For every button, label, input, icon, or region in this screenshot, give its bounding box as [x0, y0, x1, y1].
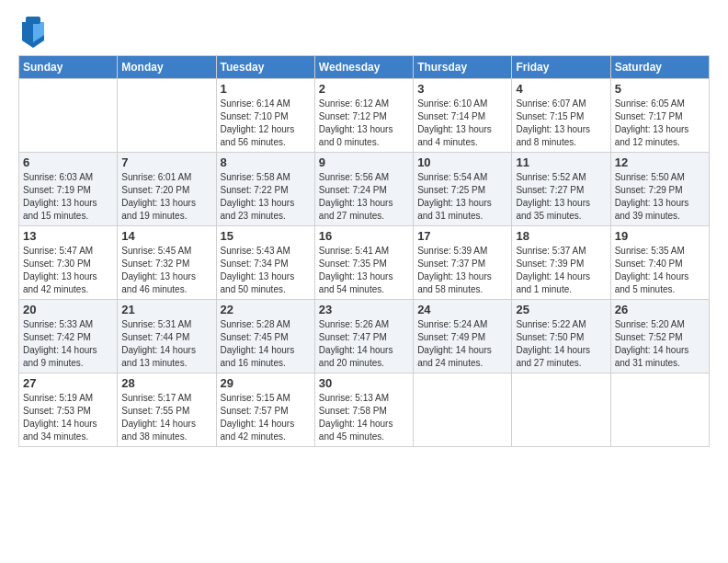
day-info: Sunrise: 6:03 AM Sunset: 7:19 PM Dayligh… [23, 171, 113, 223]
calendar-cell [118, 79, 216, 153]
weekday-header-tuesday: Tuesday [216, 56, 314, 79]
calendar-cell: 4Sunrise: 6:07 AM Sunset: 7:15 PM Daylig… [512, 79, 610, 153]
weekday-header-friday: Friday [512, 56, 610, 79]
calendar-week-3: 13Sunrise: 5:47 AM Sunset: 7:30 PM Dayli… [19, 226, 710, 300]
day-info: Sunrise: 5:58 AM Sunset: 7:22 PM Dayligh… [221, 171, 311, 223]
weekday-header-monday: Monday [118, 56, 216, 79]
day-number: 27 [23, 376, 113, 390]
calendar-cell: 13Sunrise: 5:47 AM Sunset: 7:30 PM Dayli… [19, 226, 118, 300]
day-number: 20 [23, 303, 113, 316]
day-number: 17 [417, 229, 507, 243]
day-info: Sunrise: 5:22 AM Sunset: 7:50 PM Dayligh… [516, 318, 606, 370]
calendar-cell [610, 373, 709, 447]
calendar-cell: 21Sunrise: 5:31 AM Sunset: 7:44 PM Dayli… [118, 300, 216, 373]
calendar-table: SundayMondayTuesdayWednesdayThursdayFrid… [18, 55, 710, 447]
calendar-cell [414, 373, 512, 447]
logo-icon [18, 15, 48, 48]
calendar-cell: 18Sunrise: 5:37 AM Sunset: 7:39 PM Dayli… [512, 226, 610, 300]
day-number: 4 [516, 82, 606, 96]
day-info: Sunrise: 5:17 AM Sunset: 7:55 PM Dayligh… [121, 392, 211, 443]
day-info: Sunrise: 5:39 AM Sunset: 7:37 PM Dayligh… [417, 245, 507, 296]
weekday-header-wednesday: Wednesday [314, 56, 413, 79]
calendar-cell: 7Sunrise: 6:01 AM Sunset: 7:20 PM Daylig… [118, 153, 216, 226]
day-info: Sunrise: 5:35 AM Sunset: 7:40 PM Dayligh… [615, 245, 705, 296]
day-info: Sunrise: 5:20 AM Sunset: 7:52 PM Dayligh… [615, 318, 705, 370]
calendar-week-4: 20Sunrise: 5:33 AM Sunset: 7:42 PM Dayli… [19, 300, 710, 373]
calendar-week-1: 1Sunrise: 6:14 AM Sunset: 7:10 PM Daylig… [19, 79, 710, 153]
day-number: 26 [615, 303, 705, 316]
calendar-cell: 1Sunrise: 6:14 AM Sunset: 7:10 PM Daylig… [216, 79, 314, 153]
calendar-cell: 10Sunrise: 5:54 AM Sunset: 7:25 PM Dayli… [414, 153, 512, 226]
day-info: Sunrise: 5:54 AM Sunset: 7:25 PM Dayligh… [417, 171, 507, 223]
calendar-cell: 9Sunrise: 5:56 AM Sunset: 7:24 PM Daylig… [314, 153, 413, 226]
day-number: 30 [319, 376, 409, 390]
day-number: 22 [221, 303, 311, 316]
day-info: Sunrise: 6:07 AM Sunset: 7:15 PM Dayligh… [516, 98, 606, 149]
day-number: 13 [23, 229, 113, 243]
day-info: Sunrise: 5:45 AM Sunset: 7:32 PM Dayligh… [121, 245, 211, 296]
day-number: 8 [221, 155, 311, 169]
calendar-week-2: 6Sunrise: 6:03 AM Sunset: 7:19 PM Daylig… [19, 153, 710, 226]
day-info: Sunrise: 6:01 AM Sunset: 7:20 PM Dayligh… [121, 171, 211, 223]
calendar-cell: 25Sunrise: 5:22 AM Sunset: 7:50 PM Dayli… [512, 300, 610, 373]
calendar-cell: 19Sunrise: 5:35 AM Sunset: 7:40 PM Dayli… [610, 226, 709, 300]
day-info: Sunrise: 5:26 AM Sunset: 7:47 PM Dayligh… [319, 318, 409, 370]
day-info: Sunrise: 6:14 AM Sunset: 7:10 PM Dayligh… [221, 98, 311, 149]
day-number: 21 [121, 303, 211, 316]
day-number: 14 [121, 229, 211, 243]
calendar-cell: 17Sunrise: 5:39 AM Sunset: 7:37 PM Dayli… [414, 226, 512, 300]
calendar-cell: 2Sunrise: 6:12 AM Sunset: 7:12 PM Daylig… [314, 79, 413, 153]
calendar-cell: 8Sunrise: 5:58 AM Sunset: 7:22 PM Daylig… [216, 153, 314, 226]
day-number: 19 [615, 229, 705, 243]
calendar-cell: 11Sunrise: 5:52 AM Sunset: 7:27 PM Dayli… [512, 153, 610, 226]
calendar-cell: 14Sunrise: 5:45 AM Sunset: 7:32 PM Dayli… [118, 226, 216, 300]
calendar-week-5: 27Sunrise: 5:19 AM Sunset: 7:53 PM Dayli… [19, 373, 710, 447]
day-info: Sunrise: 5:37 AM Sunset: 7:39 PM Dayligh… [516, 245, 606, 296]
header [18, 15, 710, 48]
day-number: 6 [23, 155, 113, 169]
day-info: Sunrise: 5:47 AM Sunset: 7:30 PM Dayligh… [23, 245, 113, 296]
day-number: 12 [615, 155, 705, 169]
weekday-header-row: SundayMondayTuesdayWednesdayThursdayFrid… [19, 56, 710, 79]
day-info: Sunrise: 5:50 AM Sunset: 7:29 PM Dayligh… [615, 171, 705, 223]
calendar-cell: 20Sunrise: 5:33 AM Sunset: 7:42 PM Dayli… [19, 300, 118, 373]
day-number: 25 [516, 303, 606, 316]
calendar-cell [19, 79, 118, 153]
day-number: 9 [319, 155, 409, 169]
day-number: 7 [121, 155, 211, 169]
day-info: Sunrise: 6:12 AM Sunset: 7:12 PM Dayligh… [319, 98, 409, 149]
day-info: Sunrise: 5:19 AM Sunset: 7:53 PM Dayligh… [23, 392, 113, 443]
calendar-cell: 3Sunrise: 6:10 AM Sunset: 7:14 PM Daylig… [414, 79, 512, 153]
page: SundayMondayTuesdayWednesdayThursdayFrid… [0, 0, 728, 563]
day-number: 29 [221, 376, 311, 390]
day-number: 3 [417, 82, 507, 96]
day-info: Sunrise: 5:28 AM Sunset: 7:45 PM Dayligh… [221, 318, 311, 370]
day-number: 10 [417, 155, 507, 169]
calendar-cell [512, 373, 610, 447]
calendar-cell: 27Sunrise: 5:19 AM Sunset: 7:53 PM Dayli… [19, 373, 118, 447]
calendar-cell: 30Sunrise: 5:13 AM Sunset: 7:58 PM Dayli… [314, 373, 413, 447]
calendar-cell: 5Sunrise: 6:05 AM Sunset: 7:17 PM Daylig… [610, 79, 709, 153]
day-number: 1 [221, 82, 311, 96]
day-number: 5 [615, 82, 705, 96]
day-info: Sunrise: 5:15 AM Sunset: 7:57 PM Dayligh… [221, 392, 311, 443]
logo [18, 15, 50, 48]
day-number: 16 [319, 229, 409, 243]
calendar-cell: 16Sunrise: 5:41 AM Sunset: 7:35 PM Dayli… [314, 226, 413, 300]
day-number: 2 [319, 82, 409, 96]
calendar-cell: 12Sunrise: 5:50 AM Sunset: 7:29 PM Dayli… [610, 153, 709, 226]
day-info: Sunrise: 5:33 AM Sunset: 7:42 PM Dayligh… [23, 318, 113, 370]
day-info: Sunrise: 5:43 AM Sunset: 7:34 PM Dayligh… [221, 245, 311, 296]
day-number: 15 [221, 229, 311, 243]
calendar-cell: 24Sunrise: 5:24 AM Sunset: 7:49 PM Dayli… [414, 300, 512, 373]
day-number: 23 [319, 303, 409, 316]
calendar-cell: 28Sunrise: 5:17 AM Sunset: 7:55 PM Dayli… [118, 373, 216, 447]
weekday-header-sunday: Sunday [19, 56, 118, 79]
calendar-cell: 29Sunrise: 5:15 AM Sunset: 7:57 PM Dayli… [216, 373, 314, 447]
day-info: Sunrise: 6:05 AM Sunset: 7:17 PM Dayligh… [615, 98, 705, 149]
calendar-cell: 26Sunrise: 5:20 AM Sunset: 7:52 PM Dayli… [610, 300, 709, 373]
day-number: 28 [121, 376, 211, 390]
calendar-cell: 22Sunrise: 5:28 AM Sunset: 7:45 PM Dayli… [216, 300, 314, 373]
weekday-header-saturday: Saturday [610, 56, 709, 79]
day-info: Sunrise: 6:10 AM Sunset: 7:14 PM Dayligh… [417, 98, 507, 149]
